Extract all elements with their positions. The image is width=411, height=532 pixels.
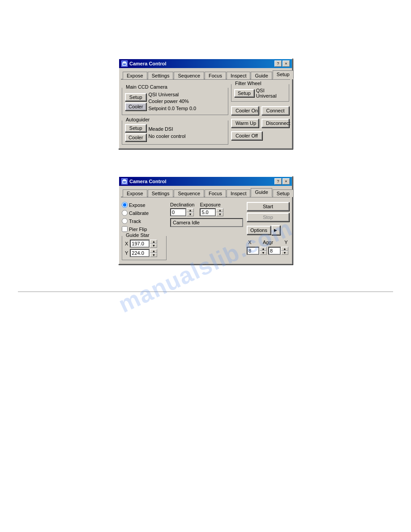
tab-inspect-1[interactable]: Inspect [227,72,250,79]
exposure-col: Exposure 5.0 ▲ ▼ [200,202,223,216]
dialog-1-titlebar: Camera Control ? × [119,59,292,68]
tab-guide-2[interactable]: Guide [251,188,272,197]
y-row: Y 224.0 ▲ ▼ [125,249,163,257]
help-button-2[interactable]: ? [274,178,282,184]
dialog-1-title: Camera Control [129,61,167,66]
main-camera-section: Setup Cooler QSI Universal Cooler power … [125,91,225,112]
y-input[interactable]: 224.0 [130,249,150,257]
tab-expose-2[interactable]: Expose [123,189,147,197]
cooler-off-btn[interactable]: Cooler Off [231,131,262,140]
filter-section: Setup QSI Universal [234,88,286,99]
left-panel: Main CCD Camera Setup Cooler QSI Univers… [122,84,228,145]
main-ccd-label: Main CCD Camera [125,84,168,90]
track-label: Track [129,219,141,224]
decl-exposure-row: Declination 0 ▲ ▼ Exposure [170,202,243,216]
stop-btn[interactable]: Stop [247,213,289,222]
tab-bar-2: Expose Settings Sequence Focus Inspect G… [121,188,290,197]
calibrate-radio[interactable] [122,210,128,216]
exposure-down-btn[interactable]: ▼ [216,212,223,216]
camera-line-1: QSI Universal [148,91,196,98]
expose-radio[interactable] [122,202,128,208]
y-aggr-btns: ▲ ▼ [281,247,288,255]
y-aggr-up-btn[interactable]: ▲ [281,247,288,251]
x-aggr-btns: ▲ ▼ [260,247,267,255]
tab-guide-1[interactable]: Guide [251,72,272,79]
x-row: X 197.0 ▲ ▼ [125,240,163,248]
x-label: X [125,241,128,246]
options-row: Options ▶ [247,225,289,235]
x-up-btn[interactable]: ▲ [150,240,157,244]
tab-setup-1[interactable]: Setup [273,70,294,79]
expose-label: Expose [129,202,146,208]
camera-line-2: Cooler power 40% [148,98,196,105]
options-arrow-btn[interactable]: ▶ [271,225,280,235]
decl-up-btn[interactable]: ▲ [187,208,194,212]
x-down-btn[interactable]: ▼ [150,244,157,248]
tab-sequence-1[interactable]: Sequence [174,72,204,79]
x-aggr-input[interactable]: 8 [247,247,259,255]
camera-status: Camera Idle [173,220,200,225]
tab-focus-1[interactable]: Focus [205,72,226,79]
tab-inspect-2[interactable]: Inspect [227,189,250,197]
filter-wheel-label: Filter Wheel [234,81,262,86]
tab-expose-1[interactable]: Expose [123,72,147,79]
cooler-on-btn[interactable]: Cooler On [231,106,259,115]
tab-sequence-2[interactable]: Sequence [174,189,204,197]
exposure-up-btn[interactable]: ▲ [216,208,223,212]
pier-flip-label: Pier Flip [129,227,147,232]
start-btn[interactable]: Start [247,202,289,211]
tab-setup-2[interactable]: Setup [273,189,294,197]
aggr-header-row: X Aggr Y [247,240,289,245]
autoguider-group: Autoguider Setup Cooler Meade DSI No coo… [122,120,228,145]
close-button-1[interactable]: × [283,60,290,67]
pier-flip-check[interactable] [122,226,128,232]
disconnect-btn[interactable]: Disconnect [261,119,289,128]
cooler-off-row: Cooler Off [231,131,289,140]
auto-cooler-btn[interactable]: Cooler [125,133,146,142]
guide-star-label: Guide Star [125,232,150,238]
main-camera-info: QSI Universal Cooler power 40% Setpoint … [148,91,196,112]
dialog-2: Camera Control ? × Expose Settings Seque… [118,176,293,265]
y-spinner-btns: ▲ ▼ [150,249,157,257]
tab-settings-1[interactable]: Settings [148,72,174,79]
main-cooler-btn[interactable]: Cooler [125,103,146,111]
help-button-1[interactable]: ? [274,60,282,67]
aggr-center-label: Aggr [254,240,282,245]
pier-flip-row: Pier Flip [122,226,167,232]
right-panel: Filter Wheel Setup QSI Universal Cooler … [231,84,289,145]
y-aggr-input[interactable]: 8 [268,247,281,255]
main-ccd-group: Main CCD Camera Setup Cooler QSI Univers… [122,88,228,115]
calibrate-label: Calibrate [129,210,149,216]
main-setup-btn[interactable]: Setup [125,93,146,101]
x-spinner: 197.0 ▲ ▼ [130,240,157,248]
exposure-input[interactable]: 5.0 [200,208,216,216]
cooler-connect-row: Cooler On Connect [231,106,289,115]
decl-down-btn[interactable]: ▼ [187,212,194,216]
titlebar-left-2: Camera Control [121,178,167,184]
y-label: Y [125,250,128,256]
tab-settings-2[interactable]: Settings [148,189,174,197]
y-down-btn[interactable]: ▼ [150,253,157,257]
x-input[interactable]: 197.0 [130,240,150,248]
auto-camera-line-2: No cooler control [148,133,185,140]
x-aggr-label: X [247,240,253,245]
close-button-2[interactable]: × [283,178,290,184]
x-aggr-up-btn[interactable]: ▲ [260,247,267,251]
y-aggr-down-btn[interactable]: ▼ [281,251,288,255]
warm-disconnect-row: Warm Up Disconnect [231,119,289,128]
warm-up-btn[interactable]: Warm Up [231,119,259,128]
page-container: Camera Control ? × Expose Settings Seque… [0,0,411,532]
tab-bar-1: Expose Settings Sequence Focus Inspect G… [121,70,290,80]
x-aggr-down-btn[interactable]: ▼ [260,251,267,255]
guide-star-group: Guide Star X 197.0 ▲ ▼ [122,236,167,260]
filter-setup-btn[interactable]: Setup [234,89,254,97]
y-up-btn[interactable]: ▲ [150,249,157,253]
options-btn[interactable]: Options [247,226,271,235]
decl-input[interactable]: 0 [170,208,186,216]
track-radio[interactable] [122,218,128,224]
filter-model: QSI Universal [256,88,286,99]
dialog-1: Camera Control ? × Expose Settings Seque… [118,58,293,149]
auto-setup-btn[interactable]: Setup [125,124,146,132]
connect-btn[interactable]: Connect [261,106,289,115]
tab-focus-2[interactable]: Focus [205,189,226,197]
